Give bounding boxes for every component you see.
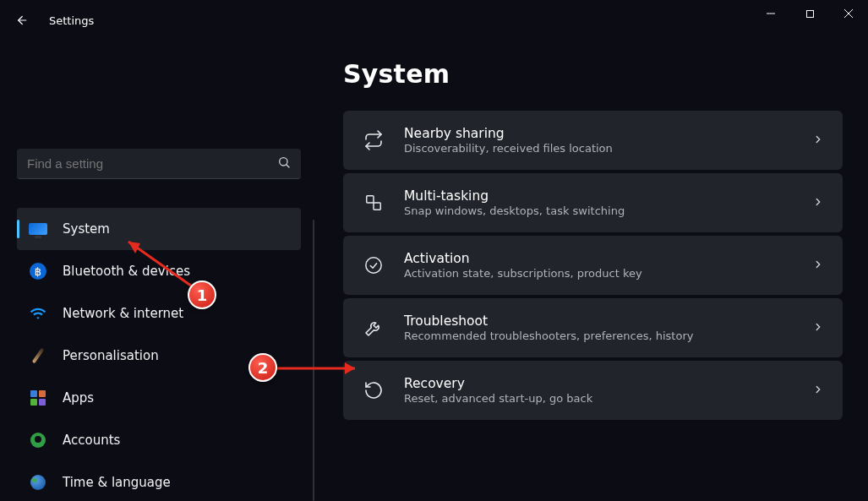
card-subtitle: Reset, advanced start-up, go back (404, 392, 794, 405)
svg-rect-8 (374, 203, 380, 210)
settings-card-list: Nearby sharing Discoverability, received… (343, 111, 843, 420)
back-arrow-icon (13, 13, 28, 28)
card-title: Troubleshoot (404, 313, 794, 329)
svg-point-9 (366, 258, 381, 273)
card-text: Multi-tasking Snap windows, desktops, ta… (404, 188, 794, 217)
annotation-balloon-1: 1 (188, 280, 216, 309)
card-title: Multi-tasking (404, 188, 794, 204)
chevron-right-icon (812, 133, 824, 148)
card-title: Activation (404, 251, 794, 266)
svg-rect-7 (367, 196, 374, 203)
sidebar-item-accounts[interactable]: Accounts (17, 419, 301, 461)
card-subtitle: Snap windows, desktops, task switching (404, 204, 794, 217)
sidebar-item-label: Accounts (63, 433, 120, 448)
sidebar-item-label: Bluetooth & devices (63, 264, 190, 279)
card-recovery[interactable]: Recovery Reset, advanced start-up, go ba… (343, 361, 843, 420)
share-icon (362, 128, 385, 152)
card-text: Activation Activation state, subscriptio… (404, 251, 794, 280)
card-title: Nearby sharing (404, 126, 794, 141)
card-text: Recovery Reset, advanced start-up, go ba… (404, 376, 794, 405)
annotation-number: 2 (258, 359, 269, 377)
sidebar-item-time-language[interactable]: Time & language (17, 461, 301, 501)
bluetooth-icon: ฿ (29, 262, 47, 280)
maximize-icon (805, 9, 815, 19)
chevron-right-icon (812, 321, 824, 335)
minimize-button[interactable] (751, 0, 790, 27)
card-troubleshoot[interactable]: Troubleshoot Recommended troubleshooters… (343, 298, 843, 357)
svg-rect-2 (806, 10, 813, 17)
search-input[interactable] (27, 156, 277, 171)
search-icon (277, 155, 291, 172)
sidebar-item-label: Personalisation (63, 348, 159, 363)
main-content: System Nearby sharing Discoverability, r… (343, 59, 843, 493)
multitask-icon (362, 191, 385, 215)
wrench-icon (362, 316, 385, 340)
annotation-balloon-2: 2 (248, 353, 277, 382)
paintbrush-icon (29, 346, 47, 365)
sidebar-scrollbar[interactable] (313, 220, 314, 501)
card-subtitle: Discoverability, received files location (404, 142, 794, 155)
card-subtitle: Activation state, subscriptions, product… (404, 267, 794, 280)
sidebar-item-system[interactable]: System (17, 208, 301, 250)
chevron-right-icon (812, 384, 824, 398)
card-nearby-sharing[interactable]: Nearby sharing Discoverability, received… (343, 111, 843, 170)
monitor-icon (29, 220, 47, 238)
chevron-right-icon (812, 196, 824, 210)
recovery-icon (362, 378, 385, 402)
card-activation[interactable]: Activation Activation state, subscriptio… (343, 236, 843, 295)
close-button[interactable] (829, 0, 868, 27)
person-icon (29, 431, 47, 449)
page-title: System (343, 59, 843, 89)
globe-clock-icon (29, 473, 47, 492)
sidebar-item-label: Apps (63, 390, 94, 406)
check-circle-icon (362, 253, 385, 277)
sidebar-item-label: Network & internet (63, 306, 183, 321)
minimize-icon (766, 8, 776, 19)
sidebar-item-apps[interactable]: Apps (17, 377, 301, 419)
annotation-number: 1 (197, 286, 208, 304)
sidebar-item-network[interactable]: Network & internet (17, 292, 301, 335)
sidebar-item-label: System (63, 221, 110, 237)
apps-icon (29, 389, 47, 407)
close-icon (843, 8, 854, 19)
card-subtitle: Recommended troubleshooters, preferences… (404, 329, 794, 342)
back-button[interactable] (0, 0, 41, 41)
chevron-right-icon (812, 259, 824, 273)
titlebar: Settings (0, 0, 868, 41)
wifi-icon (29, 304, 47, 323)
card-text: Nearby sharing Discoverability, received… (404, 126, 794, 155)
search-box[interactable] (17, 149, 301, 179)
card-multi-tasking[interactable]: Multi-tasking Snap windows, desktops, ta… (343, 173, 843, 232)
sidebar-item-bluetooth[interactable]: ฿ Bluetooth & devices (17, 250, 301, 292)
maximize-button[interactable] (790, 0, 829, 27)
card-title: Recovery (404, 376, 794, 391)
app-title: Settings (49, 14, 94, 27)
window-controls (751, 0, 868, 27)
sidebar-item-label: Time & language (63, 475, 171, 490)
svg-line-6 (287, 165, 289, 167)
card-text: Troubleshoot Recommended troubleshooters… (404, 313, 794, 342)
